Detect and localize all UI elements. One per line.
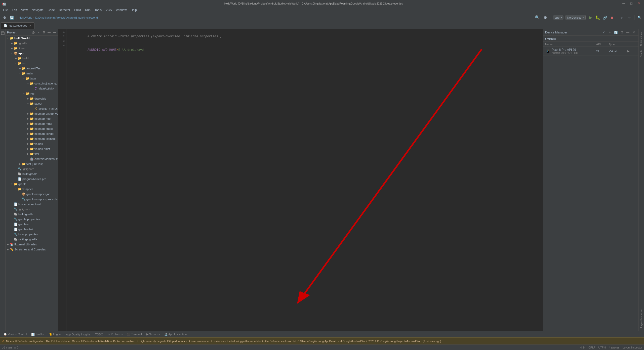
dm-run-device-btn[interactable]: ▶	[626, 49, 630, 53]
panel-settings[interactable]: ⚙	[42, 30, 46, 35]
sidebar-project-tab[interactable]	[0, 31, 5, 36]
status-warnings[interactable]: ⚠ 0	[14, 346, 19, 349]
undo-button[interactable]: ↩	[619, 15, 625, 21]
menu-build[interactable]: Build	[72, 8, 83, 12]
tab-close-button[interactable]: ✕	[29, 24, 32, 27]
tree-item-external-libs[interactable]: ▶ 📚 External Libraries	[6, 242, 58, 247]
tree-item-settings-gradle[interactable]: ▶ 🐘 settings.gradle	[6, 237, 58, 242]
tree-item-gitignore-app[interactable]: ▶ 🔧 .gitignore	[6, 166, 58, 171]
tree-item-local-properties[interactable]: ▶ 🔧 local.properties	[6, 232, 58, 237]
dm-virtual-header[interactable]: ▾ Virtual	[543, 36, 638, 42]
device-selector[interactable]: No Devices ▾	[566, 15, 586, 20]
tree-item-mipmap-xxhdpi[interactable]: ▶ 📂 mipmap-xxhdpi	[6, 131, 58, 136]
bottom-tab-services[interactable]: ▶ Services	[144, 332, 162, 336]
dm-settings-btn[interactable]: ⚙	[619, 30, 624, 35]
code-content[interactable]: # custom Android Studio properties (expa…	[66, 29, 543, 331]
tree-item-drawable[interactable]: ▶ 📂 drawable	[6, 96, 58, 101]
dm-check-btn[interactable]: ✓	[601, 30, 606, 35]
tree-item-gradle-properties[interactable]: ▶ 🔧 gradle.properties	[6, 217, 58, 222]
tree-item-androidtest[interactable]: ▶ 📂 androidTest	[6, 66, 58, 71]
right-tab-gradle[interactable]: Gradle	[639, 48, 643, 59]
menu-vcs[interactable]: VCS	[104, 8, 114, 12]
dm-more-actions-btn[interactable]: ⋯	[631, 49, 635, 53]
status-indent[interactable]: 4 spaces	[609, 346, 619, 349]
close-button[interactable]: ✕	[636, 1, 642, 7]
breadcrumb-path[interactable]: D:\Ding\jiaxiong\Projects\AndroidStudio\…	[35, 16, 98, 19]
search-everywhere-button[interactable]: 🔍	[534, 14, 541, 21]
tree-item-idea[interactable]: ▶ 📂 .idea	[6, 46, 58, 51]
settings-button[interactable]: ⚙	[2, 15, 8, 21]
tree-item-mipmap-mdpi[interactable]: ▶ 📂 mipmap-mdpi	[6, 121, 58, 126]
tree-item-xml-dir[interactable]: ▶ 📂 xml	[6, 151, 58, 156]
bottom-tab-problems[interactable]: ⚠ Problems	[106, 332, 125, 336]
dm-add-btn[interactable]: +	[607, 30, 612, 35]
status-charset[interactable]: UTF-8	[598, 346, 606, 349]
tree-item-libs-versions[interactable]: ▶ 📄 libs.versions.toml	[6, 202, 58, 207]
tree-item-com[interactable]: ▾ 📂 com.dingjjaxiong.helloworld	[6, 81, 58, 86]
tree-item-mipmap-hdpi[interactable]: ▶ 📂 mipmap-hdpi	[6, 116, 58, 121]
menu-file[interactable]: File	[1, 8, 10, 12]
status-git-branch[interactable]: ⎇ main	[2, 346, 12, 349]
tree-item-res[interactable]: ▾ 📂 res	[6, 91, 58, 96]
editor-content[interactable]: 1 2 3 4 # custom Android Studio properti…	[58, 29, 543, 331]
menu-edit[interactable]: Edit	[10, 8, 19, 12]
dm-refresh-btn[interactable]: 🔄	[613, 30, 618, 35]
settings-gear-button[interactable]: ⚙	[542, 14, 549, 21]
tree-item-build-gradle-root[interactable]: ▶ 🐘 build.gradle	[6, 212, 58, 217]
dm-close-btn[interactable]: ✕	[631, 30, 636, 35]
tree-item-helloworld[interactable]: ▾ 📁 HelloWorld	[6, 36, 58, 41]
tree-item-layout[interactable]: ▾ 📂 layout	[6, 101, 58, 106]
debug-button[interactable]: 🐛	[595, 15, 601, 21]
tree-item-gradlew[interactable]: ▶ 📄 gradlew	[6, 222, 58, 227]
right-tab-layout-inspector[interactable]: Layout Inspector	[639, 307, 643, 330]
tree-item-proguard[interactable]: ▶ 📄 proguard-rules.pro	[6, 177, 58, 182]
menu-view[interactable]: View	[19, 8, 30, 12]
status-position[interactable]: 4:34	[580, 346, 585, 349]
tree-item-app[interactable]: ▾ 📦 app	[6, 51, 58, 56]
status-crlf[interactable]: CRLF	[588, 346, 595, 349]
panel-collapse-all[interactable]: ≡	[36, 30, 41, 35]
tree-item-androidmanifest[interactable]: ▶ 🤖 AndroidManifest.xml	[6, 156, 58, 161]
right-tab-notifications[interactable]: Notifications	[639, 30, 643, 48]
menu-help[interactable]: Help	[129, 8, 139, 12]
tree-item-gradle-wrapper-jar[interactable]: ▶ 📦 gradle-wrapper.jar	[6, 192, 58, 197]
bottom-tab-logcat[interactable]: 🐈 Logcat	[47, 332, 63, 336]
maximize-button[interactable]: □	[628, 1, 634, 7]
tree-item-values-night[interactable]: ▶ 📂 values-night	[6, 146, 58, 151]
bottom-tab-terminal[interactable]: ⬛ Terminal	[125, 332, 144, 336]
minimize-button[interactable]: ─	[621, 1, 627, 7]
bottom-tab-app-inspection[interactable]: 🔬 App Inspection	[162, 332, 189, 336]
menu-code[interactable]: Code	[46, 8, 57, 12]
tree-item-src[interactable]: ▾ 📂 src	[6, 61, 58, 66]
dm-device-row-0[interactable]: 📱 Pixel 8 Pro API 29 Android 10.0 ("Q") …	[543, 47, 638, 56]
tree-item-gradle-hidden[interactable]: ▶ 📂 .gradle	[6, 41, 58, 46]
tree-item-mipmap-xxxhdpi[interactable]: ▶ 📂 mipmap-xxxhdpi	[6, 136, 58, 141]
panel-gear[interactable]: ⋯	[52, 30, 57, 35]
tree-item-gradlew-bat[interactable]: ▶ 📄 gradlew.bat	[6, 227, 58, 232]
menu-tools[interactable]: Tools	[93, 8, 104, 12]
tree-item-java[interactable]: ▾ 📂 java	[6, 76, 58, 81]
bottom-tab-version-control[interactable]: ⌚ Version Control	[2, 332, 29, 336]
tree-item-gradle-wrapper-props[interactable]: ▶ 🔧 gradle-wrapper.properties	[6, 197, 58, 202]
bottom-tab-todo[interactable]: TODO	[93, 332, 105, 336]
menu-window[interactable]: Window	[114, 8, 129, 12]
tree-item-scratches[interactable]: ▶ ✏️ Scratches and Consoles	[6, 247, 58, 252]
sync-button[interactable]: 🔄	[9, 15, 15, 21]
tab-idea-properties[interactable]: 📄 idea.properties ✕	[1, 22, 34, 29]
dm-hide-btn[interactable]: —	[625, 30, 630, 35]
tree-item-mainactivity[interactable]: ▶ C MainActivity	[6, 86, 58, 91]
tree-item-gitignore-root[interactable]: ▶ 🔧 .gitignore	[6, 207, 58, 212]
bottom-tab-profiler[interactable]: 📊 Profiler	[29, 332, 46, 336]
panel-hide[interactable]: —	[47, 30, 51, 35]
bottom-tab-app-quality[interactable]: App Quality Insights	[64, 332, 93, 336]
run-config-selector[interactable]: app ▾	[553, 15, 563, 20]
status-layout-inspector[interactable]: Layout Inspector	[622, 346, 642, 349]
tree-item-main[interactable]: ▾ 📂 main	[6, 71, 58, 76]
tree-item-wrapper[interactable]: ▾ 📂 wrapper	[6, 187, 58, 192]
find-button[interactable]: 🔍	[636, 15, 642, 21]
tree-item-gradle-root[interactable]: ▾ 📂 gradle	[6, 182, 58, 187]
tree-item-build[interactable]: ▶ 📂 build	[6, 56, 58, 61]
redo-button[interactable]: ↪	[626, 15, 632, 21]
tree-item-values[interactable]: ▶ 📂 values	[6, 141, 58, 146]
tree-item-activity-main[interactable]: ▶ X activity_main.xml	[6, 106, 58, 111]
